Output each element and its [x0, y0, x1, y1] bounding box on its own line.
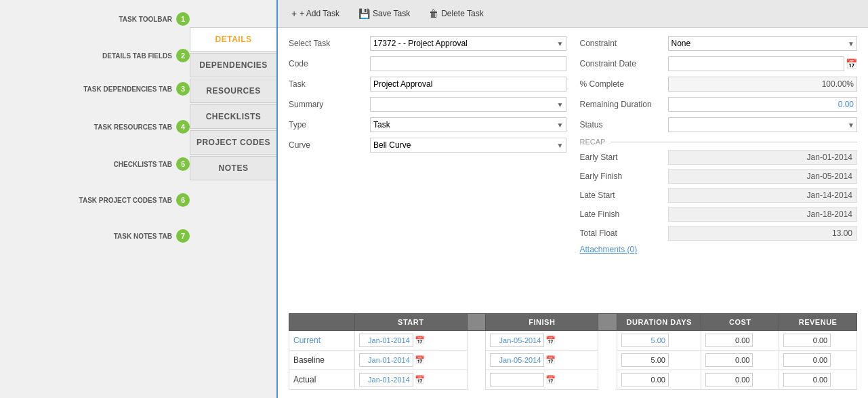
add-task-button[interactable]: + + Add Task [286, 5, 345, 22]
type-row: Type Task ▼ [289, 117, 566, 132]
tab-resources[interactable]: RESOURCES [190, 79, 276, 103]
current-finish-calendar-icon[interactable]: 📅 [545, 336, 556, 345]
baseline-cost-input[interactable] [705, 353, 753, 367]
baseline-finish-cell: 📅 [486, 351, 598, 370]
status-input[interactable] [668, 117, 858, 132]
select-task-label: Select Task [289, 39, 370, 48]
current-revenue-input[interactable] [783, 334, 831, 347]
actual-finish-input[interactable] [490, 373, 544, 386]
th-cost: COST [701, 314, 779, 331]
task-input[interactable] [370, 77, 566, 92]
current-revenue-cell [779, 331, 857, 351]
task-row: Task [289, 77, 566, 92]
tab-notes[interactable]: NOTES [190, 156, 276, 180]
spacer4 [598, 351, 617, 370]
baseline-cost-cell [701, 351, 779, 370]
code-row: Code [289, 56, 566, 71]
actual-revenue-cell [779, 370, 857, 390]
tab-project-codes[interactable]: PROJECT CODES [190, 130, 276, 155]
annotation-badge-1: 1 [176, 12, 190, 26]
save-task-button[interactable]: 💾 Save Task [353, 5, 415, 22]
th-duration: DURATION DAYS [617, 314, 701, 331]
annotation-label-5: CHECKLISTS TAB [114, 161, 172, 168]
select-task-row: Select Task 17372 - - Project Approval ▼ [289, 36, 566, 51]
baseline-revenue-input[interactable] [783, 353, 831, 367]
late-finish-label: Late Finish [580, 210, 668, 219]
delete-icon: 🗑 [429, 8, 438, 19]
total-float-value: 13.00 [668, 226, 858, 241]
pct-complete-input[interactable] [668, 77, 858, 92]
early-finish-label: Early Finish [580, 172, 668, 181]
content-area: + + Add Task 💾 Save Task 🗑 Delete Task S… [278, 0, 868, 398]
late-start-label: Late Start [580, 191, 668, 200]
select-task-input[interactable]: 17372 - - Project Approval [370, 36, 566, 51]
constraint-date-input[interactable] [668, 56, 845, 71]
task-label: Task [289, 79, 370, 89]
constraint-label: Constraint [580, 39, 668, 48]
code-input[interactable] [370, 56, 566, 71]
actual-start-calendar-icon[interactable]: 📅 [415, 375, 425, 384]
actual-cost-input[interactable] [705, 373, 753, 386]
annotation-label-1: TASK TOOLBAR [119, 16, 172, 23]
baseline-start-calendar-icon[interactable]: 📅 [415, 355, 425, 365]
current-finish-cell: 📅 [486, 331, 598, 351]
actual-revenue-input[interactable] [783, 373, 831, 386]
actual-finish-cell: 📅 [486, 370, 598, 390]
annotation-label-3: TASK DEPENDENCIES TAB [83, 85, 172, 93]
summary-label: Summary [289, 100, 370, 109]
baseline-finish-calendar-icon[interactable]: 📅 [545, 355, 556, 365]
actual-finish-calendar-icon[interactable]: 📅 [545, 375, 556, 384]
annotation-badge-2: 2 [176, 49, 190, 62]
actual-start-cell: 📅 [354, 370, 467, 390]
baseline-start-cell: 📅 [354, 351, 467, 370]
type-input[interactable]: Task [370, 117, 566, 132]
tab-details[interactable]: DETAILS [190, 27, 276, 52]
th-finish-spacer [467, 314, 486, 331]
actual-duration-input[interactable] [621, 373, 669, 386]
actual-start-input[interactable] [359, 373, 413, 386]
type-label: Type [289, 120, 370, 130]
current-cost-cell [701, 331, 779, 351]
late-start-value: Jan-14-2014 [668, 188, 858, 203]
save-icon: 💾 [358, 8, 370, 19]
early-start-value: Jan-01-2014 [668, 150, 858, 165]
curve-row: Curve Bell Curve ▼ [289, 138, 566, 153]
baseline-finish-input[interactable] [490, 353, 544, 367]
table-row: Current 📅 📅 [289, 331, 857, 351]
baseline-start-input[interactable] [359, 353, 413, 367]
tab-panel: DETAILS DEPENDENCIES RESOURCES CHECKLIST… [190, 0, 278, 398]
task-toolbar: + + Add Task 💾 Save Task 🗑 Delete Task [278, 0, 868, 28]
constraint-date-row: Constraint Date 📅 [580, 56, 858, 71]
attachments-link[interactable]: Attachments (0) [580, 245, 858, 254]
curve-label: Curve [289, 140, 370, 150]
constraint-input[interactable]: None [668, 36, 858, 51]
recap-label: RECAP [580, 138, 606, 146]
late-finish-row: Late Finish Jan-18-2014 [580, 207, 858, 222]
pct-complete-row: % Complete [580, 77, 858, 92]
constraint-date-calendar-icon[interactable]: 📅 [846, 58, 857, 69]
current-start-input[interactable] [359, 334, 413, 347]
current-finish-input[interactable] [490, 334, 544, 347]
table-row: Actual 📅 📅 [289, 370, 857, 390]
current-cost-input[interactable] [705, 334, 753, 347]
form-left: Select Task 17372 - - Project Approval ▼… [289, 36, 566, 305]
spacer6 [598, 370, 617, 390]
row-label-current: Current [289, 331, 355, 351]
current-start-calendar-icon[interactable]: 📅 [415, 336, 425, 345]
row-label-actual: Actual [289, 370, 355, 390]
summary-input[interactable] [370, 97, 566, 112]
recap-section: RECAP Early Start Jan-01-2014 Early Fini… [580, 138, 858, 254]
early-start-label: Early Start [580, 153, 668, 162]
remaining-dur-input[interactable] [668, 97, 858, 112]
current-duration-input[interactable] [621, 334, 669, 347]
constraint-wrapper: None ▼ [668, 36, 858, 51]
tab-dependencies[interactable]: DEPENDENCIES [190, 53, 276, 77]
baseline-duration-input[interactable] [621, 353, 669, 367]
tab-checklists[interactable]: CHECKLISTS [190, 104, 276, 129]
curve-input[interactable]: Bell Curve [370, 138, 566, 153]
summary-row: Summary ▼ [289, 97, 566, 112]
current-start-cell: 📅 [354, 331, 467, 351]
delete-task-button[interactable]: 🗑 Delete Task [423, 5, 489, 22]
baseline-revenue-cell [779, 351, 857, 370]
recap-divider [611, 142, 857, 142]
